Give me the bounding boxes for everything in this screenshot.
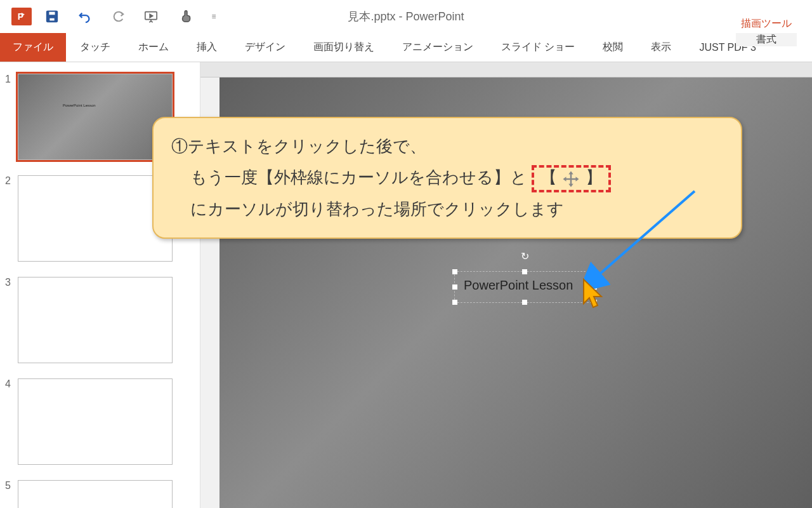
thumbnail-row[interactable]: 4 <box>5 378 188 465</box>
slide-thumbnail[interactable] <box>18 378 173 465</box>
resize-handle[interactable] <box>452 269 457 274</box>
thumbnail-number: 5 <box>5 480 18 508</box>
textbox-content[interactable]: PowerPoint Lesson <box>455 272 594 299</box>
tab-home[interactable]: ホーム <box>124 33 183 62</box>
rotate-handle-icon[interactable]: ↻ <box>521 250 529 262</box>
thumbnail-number: 4 <box>5 378 18 465</box>
tab-insert[interactable]: 挿入 <box>183 33 231 62</box>
tab-slideshow[interactable]: スライド ショー <box>487 33 589 62</box>
thumbnail-row[interactable]: 5 <box>5 480 188 508</box>
selected-textbox[interactable]: ↻ PowerPoint Lesson <box>454 271 595 303</box>
slideshow-icon[interactable] <box>133 4 169 29</box>
svg-rect-1 <box>49 11 56 15</box>
tab-transitions[interactable]: 画面切り替え <box>299 33 388 62</box>
cursor-icon <box>581 278 605 311</box>
qat-more-icon[interactable]: ≡ <box>204 4 223 29</box>
tab-view[interactable]: 表示 <box>637 33 685 62</box>
thumbnail-number: 2 <box>5 175 18 262</box>
context-tool-label: 描画ツール <box>736 0 797 33</box>
thumbnail-row[interactable]: 3 <box>5 277 188 363</box>
tab-touch[interactable]: タッチ <box>66 33 124 62</box>
ribbon-tabs: ファイル タッチ ホーム 挿入 デザイン 画面切り替え アニメーション スライド… <box>0 33 812 62</box>
slide-thumbnail[interactable] <box>18 175 173 262</box>
touch-mode-icon[interactable] <box>169 4 204 29</box>
thumbnail-number: 3 <box>5 277 18 363</box>
quick-access-toolbar: P ▸ ≡ 見本.pptx - PowerPoint 描画ツール <box>0 0 812 33</box>
callout-line3: にカーソルが切り替わった場所でクリックします <box>171 194 723 225</box>
tab-review[interactable]: 校閲 <box>589 33 637 62</box>
highlighted-move-cursor: 【 】 <box>532 165 610 192</box>
window-title: 見本.pptx - PowerPoint <box>348 9 464 24</box>
save-icon[interactable] <box>37 4 67 29</box>
resize-handle[interactable] <box>522 300 527 305</box>
tab-animations[interactable]: アニメーション <box>388 33 487 62</box>
thumbnail-text: PowerPoint Lesson <box>63 104 96 107</box>
resize-handle[interactable] <box>522 269 527 274</box>
tab-format[interactable]: 書式 <box>736 33 797 46</box>
ruler <box>200 62 812 77</box>
thumbnail-number: 1 <box>5 74 18 160</box>
undo-icon[interactable] <box>67 4 103 29</box>
move-cursor-icon <box>561 170 580 189</box>
redo-icon[interactable] <box>103 4 133 29</box>
tab-design[interactable]: デザイン <box>231 33 299 62</box>
slide-thumbnail[interactable]: PowerPoint Lesson <box>18 74 173 160</box>
callout-line1: ①テキストをクリックした後で、 <box>171 131 723 162</box>
slide-thumbnail[interactable] <box>18 277 173 363</box>
app-icon: P ▸ <box>6 4 37 29</box>
instruction-callout: ①テキストをクリックした後で、 もう一度【外枠線にカーソルを合わせる】と 【 】… <box>152 117 742 239</box>
resize-handle[interactable] <box>452 300 457 305</box>
svg-rect-2 <box>49 18 55 22</box>
slide-thumbnail[interactable] <box>18 480 173 508</box>
callout-line2: もう一度【外枠線にカーソルを合わせる】と 【 】 <box>171 162 723 193</box>
tab-file[interactable]: ファイル <box>0 33 66 62</box>
resize-handle[interactable] <box>452 284 457 290</box>
resize-handle[interactable] <box>592 269 597 274</box>
